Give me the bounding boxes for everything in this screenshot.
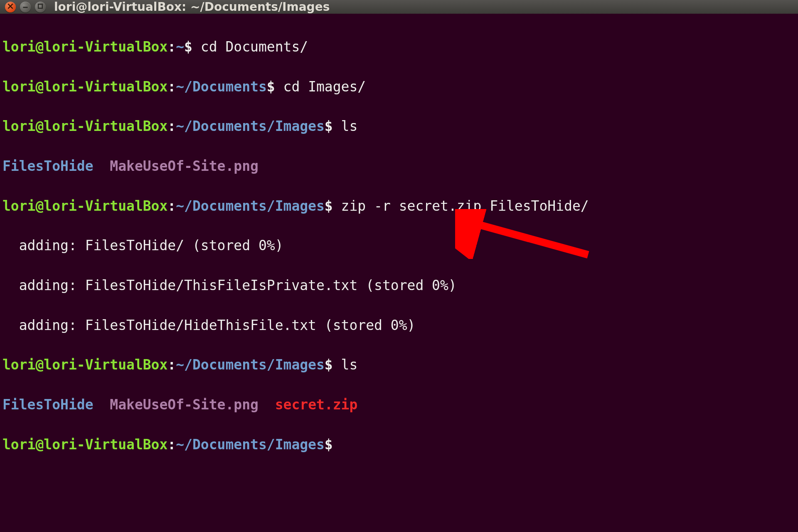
ls-imagefile: MakeUseOf-Site.png [110,158,259,174]
minimize-icon [22,3,28,11]
terminal-output: adding: FilesToHide/ThisFileIsPrivate.tx… [2,276,796,296]
svg-rect-3 [38,4,42,8]
ls-archivefile: secret.zip [275,397,358,413]
prompt-colon: : [167,436,176,453]
command-text: ls [341,118,358,134]
close-icon [7,3,13,11]
prompt-user: lori@lori-VirtualBox [2,436,167,453]
ls-imagefile: MakeUseOf-Site.png [110,397,259,413]
terminal-output: adding: FilesToHide/HideThisFile.txt (st… [2,315,796,335]
prompt-path: ~/Documents/Images [176,436,325,453]
terminal-window: lori@lori-VirtualBox: ~/Documents/Images… [0,0,798,532]
prompt-path: ~/Documents/Images [176,357,325,373]
prompt-colon: : [167,198,176,214]
prompt-user: lori@lori-VirtualBox [2,79,167,95]
command-text: cd Documents/ [201,39,308,55]
terminal-line: lori@lori-VirtualBox:~/Documents/Images$… [2,355,796,375]
terminal-line: lori@lori-VirtualBox:~/Documents/Images$ [2,435,796,455]
close-button[interactable] [5,2,16,12]
maximize-icon [37,3,43,11]
prompt-dollar: $ [325,198,341,214]
prompt-path: ~/Documents/Images [176,198,325,214]
terminal-line: lori@lori-VirtualBox:~/Documents$ cd Ima… [2,77,796,97]
terminal-output: adding: FilesToHide/ (stored 0%) [2,236,796,256]
prompt-dollar: $ [325,118,341,134]
command-text: ls [341,357,358,373]
maximize-button[interactable] [35,2,46,12]
terminal-line: lori@lori-VirtualBox:~/Documents/Images$… [2,116,796,136]
terminal-line: FilesToHide MakeUseOf-Site.png secret.zi… [2,395,796,415]
prompt-user: lori@lori-VirtualBox [2,39,167,55]
prompt-user: lori@lori-VirtualBox [2,357,167,373]
ls-directory: FilesToHide [2,397,94,413]
prompt-path: ~ [176,39,184,55]
prompt-path: ~/Documents [176,79,267,95]
prompt-user: lori@lori-VirtualBox [2,198,167,214]
prompt-dollar: $ [325,436,341,453]
ls-directory: FilesToHide [2,158,94,174]
terminal-line: FilesToHide MakeUseOf-Site.png [2,156,796,176]
prompt-path: ~/Documents/Images [176,118,325,134]
command-text: cd Images/ [283,79,366,95]
prompt-colon: : [167,39,176,55]
prompt-dollar: $ [267,79,283,95]
prompt-user: lori@lori-VirtualBox [2,118,167,134]
command-text: zip -r secret.zip FilesToHide/ [341,198,589,214]
prompt-dollar: $ [184,39,201,55]
prompt-dollar: $ [325,357,341,373]
window-controls [5,2,46,12]
terminal-body[interactable]: lori@lori-VirtualBox:~$ cd Documents/ lo… [0,14,798,532]
prompt-colon: : [167,357,176,373]
terminal-line: lori@lori-VirtualBox:~$ cd Documents/ [2,37,796,57]
prompt-colon: : [167,118,176,134]
prompt-colon: : [167,79,176,95]
window-title: lori@lori-VirtualBox: ~/Documents/Images [54,0,330,14]
minimize-button[interactable] [20,2,31,12]
terminal-line: lori@lori-VirtualBox:~/Documents/Images$… [2,196,796,216]
titlebar[interactable]: lori@lori-VirtualBox: ~/Documents/Images [0,0,798,14]
